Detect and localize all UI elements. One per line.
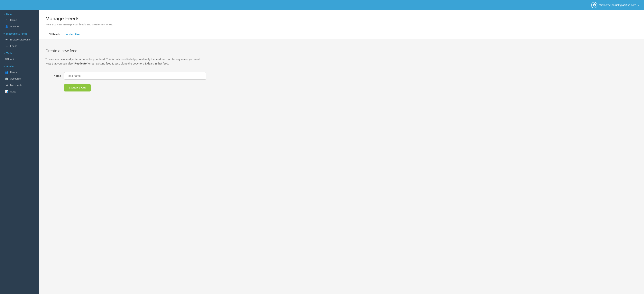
form-name-label: Name	[46, 74, 61, 77]
sidebar-section-main[interactable]: ▼ Main	[0, 10, 39, 17]
sidebar-item-account-label: Account	[10, 25, 20, 28]
sidebar: ▼ Main ⌂ Home 👤 Account ▼ Discounts & Fe…	[0, 10, 39, 294]
user-label: Welcome patrick@affitise.com	[599, 3, 636, 7]
chevron-icon: ▼	[3, 13, 5, 15]
sidebar-item-api-label: Api	[10, 58, 14, 61]
sidebar-section-main-label: Main	[6, 13, 12, 16]
sidebar-item-account[interactable]: 👤 Account	[0, 23, 39, 30]
sidebar-item-accounts[interactable]: 🏢 Accounts	[0, 75, 39, 82]
chevron-icon-2: ▼	[3, 33, 5, 35]
main-layout: ▼ Main ⌂ Home 👤 Account ▼ Discounts & Fe…	[0, 10, 644, 294]
sidebar-item-browse-discounts-label: Browse Discounts	[10, 38, 30, 41]
form-area: Create a new feed To create a new feed, …	[39, 39, 644, 101]
sidebar-item-stats[interactable]: 📊 Stats	[0, 88, 39, 95]
home-icon: ⌂	[5, 18, 8, 21]
chevron-icon-3: ▼	[3, 52, 5, 55]
accounts-icon: 🏢	[5, 77, 8, 80]
sidebar-item-api[interactable]: ⌨ Api	[0, 56, 39, 62]
feed-name-input[interactable]	[64, 72, 206, 80]
sidebar-item-stats-label: Stats	[10, 90, 16, 93]
sidebar-section-admin[interactable]: ▼ Admin	[0, 62, 39, 69]
sidebar-section-discounts-label: Discounts & Feeds	[6, 32, 28, 35]
sidebar-item-users[interactable]: 👥 Users	[0, 69, 39, 75]
sidebar-item-feeds[interactable]: ☰ Feeds	[0, 43, 39, 49]
sidebar-section-discounts-feeds[interactable]: ▼ Discounts & Feeds	[0, 30, 39, 36]
tab-all-feeds[interactable]: All Feeds	[46, 30, 63, 39]
feeds-icon: ☰	[5, 45, 8, 47]
form-row-name: Name	[46, 72, 206, 80]
form-description-part2: " on an existing feed to also clone the …	[86, 62, 169, 65]
sidebar-item-browse-discounts[interactable]: 👁 Browse Discounts	[0, 36, 39, 43]
tab-new-feed[interactable]: + New Feed	[63, 30, 84, 39]
top-header: ⏻ Welcome patrick@affitise.com ▼	[0, 0, 644, 10]
sidebar-item-users-label: Users	[10, 71, 17, 74]
logo-icon: ⏻	[593, 3, 596, 7]
sidebar-section-tools[interactable]: ▼ Tools	[0, 49, 39, 56]
chevron-icon-4: ▼	[3, 65, 5, 68]
sidebar-item-merchants-label: Merchants	[10, 84, 22, 87]
sidebar-section-tools-label: Tools	[6, 52, 12, 55]
tabs-bar: All Feeds + New Feed	[39, 30, 644, 39]
users-icon: 👥	[5, 71, 8, 74]
stats-icon: 📊	[5, 90, 8, 93]
form-title: Create a new feed	[46, 49, 638, 53]
merchants-icon: 🏛	[5, 84, 8, 87]
user-menu[interactable]: Welcome patrick@affitise.com ▼	[599, 3, 639, 7]
sidebar-item-accounts-label: Accounts	[10, 77, 20, 80]
api-icon: ⌨	[5, 58, 8, 61]
user-menu-caret: ▼	[637, 4, 639, 6]
create-feed-button[interactable]: Create Feed	[64, 84, 91, 92]
app-logo: ⏻	[591, 2, 598, 8]
main-content: Manage Feeds Here you can manage your fe…	[39, 10, 644, 294]
account-icon: 👤	[5, 25, 8, 28]
page-title: Manage Feeds	[46, 16, 638, 22]
sidebar-item-feeds-label: Feeds	[10, 45, 17, 47]
sidebar-item-home-label: Home	[10, 18, 17, 21]
form-description-bold: Replicate	[74, 62, 86, 65]
page-header: Manage Feeds Here you can manage your fe…	[39, 10, 644, 30]
page-subtitle: Here you can manage your feeds and creat…	[46, 23, 638, 26]
sidebar-item-home[interactable]: ⌂ Home	[0, 17, 39, 23]
sidebar-section-admin-label: Admin	[6, 65, 14, 68]
browse-discounts-icon: 👁	[5, 38, 8, 41]
sidebar-item-merchants[interactable]: 🏛 Merchants	[0, 82, 39, 88]
form-description: To create a new feed, enter a name for y…	[46, 57, 206, 66]
